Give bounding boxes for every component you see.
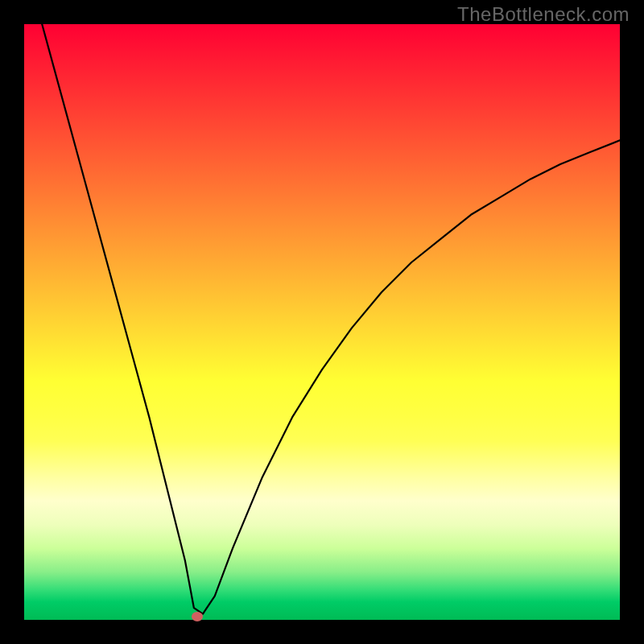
optimal-point-marker (192, 612, 203, 621)
chart-plot-area (24, 24, 620, 620)
bottleneck-curve (24, 24, 620, 620)
watermark-text: TheBottleneck.com (457, 3, 630, 26)
